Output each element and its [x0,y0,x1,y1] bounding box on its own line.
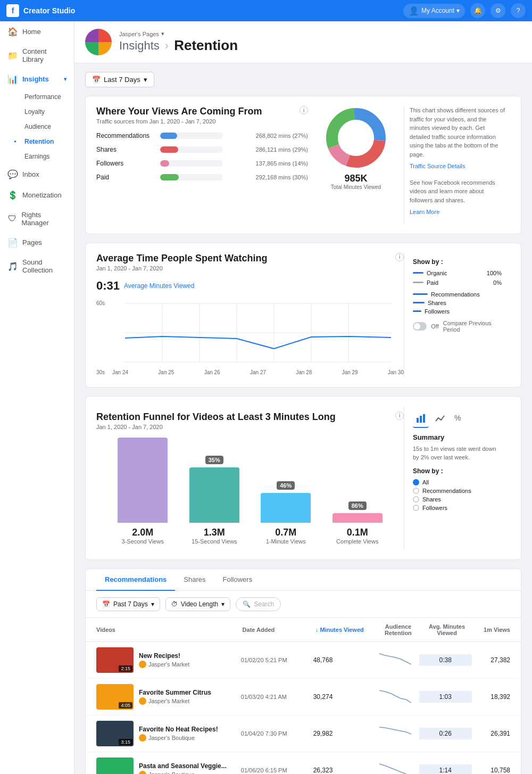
1m-views-cell: 27,382 [472,656,510,664]
account-chevron-icon: ▾ [456,7,460,14]
table-body: 2:15 New Recipes! Jasper's Market 01/02/… [86,642,521,775]
funnel-radio-options: All Recommendations Shares [413,479,502,511]
radio-recommendations [413,488,419,494]
sidebar-item-insights[interactable]: 📊 Insights ▾ [0,69,74,89]
help-button[interactable]: ? [511,3,526,18]
funnel-values: 2.0M 3-Second Views 1.3M 15-Second Views… [96,527,404,545]
sidebar-item-content-library[interactable]: 📁 Content Library [0,42,74,69]
funnel-label-complete: Complete Views [322,538,394,545]
video-thumbnail: 2:15 [96,647,134,673]
radio-recommendations-label: Recommendations [422,488,471,494]
search-field[interactable]: 🔍 Search [236,597,281,611]
compare-toggle[interactable] [413,322,427,331]
content-area: 📅 Last 7 Days ▾ Where Your Views Are Com… [74,63,532,774]
funnel-tab-buttons: % [413,411,502,428]
account-label: My Account [421,7,454,14]
y-label-60s: 60s [96,300,105,306]
traffic-value-recommendations: 268,802 mins (27%) [228,133,308,139]
table-row[interactable]: 4:27 Pasta and Seasonal Veggie... Jasper… [86,752,521,775]
funnel-radio-all[interactable]: All [413,479,502,485]
traffic-row-shares: Shares 286,121 mins (29%) [96,146,308,153]
channel-avatar [139,661,146,668]
video-title: New Recipes! [139,652,189,660]
donut-total-value: 985K [344,173,367,184]
sidebar-item-inbox[interactable]: 💬 Inbox [0,164,74,185]
my-account-button[interactable]: 👤 My Account ▾ [403,4,465,18]
channel-avatar [139,697,146,705]
retention-cell [371,761,419,774]
traffic-value-shares: 286,121 mins (29%) [228,146,308,153]
table-row[interactable]: 4:05 Favorite Summer Citrus Jasper's Mar… [86,679,521,715]
table-row[interactable]: 3:15 Favorite No Heat Recipes! Jasper's … [86,715,521,752]
funnel-radio-shares[interactable]: Shares [413,496,502,503]
avg-minutes-cell: 1:14 [419,764,472,775]
col-header-date: Date Added [243,627,315,633]
1m-views-cell: 10,758 [472,767,510,774]
x-label-jan27: Jan 27 [250,369,266,375]
funnel-num-complete: 0.1M [322,527,394,538]
content-library-icon: 📁 [7,51,18,61]
funnel-radio-recommendations[interactable]: Recommendations [413,488,502,494]
funnel-label-3sec: 3-Second Views [107,538,179,545]
traffic-info-icon[interactable]: i [300,106,308,114]
avg-subtitle: Jan 1, 2020 - Jan 7, 2020 [96,265,267,271]
date-filter-button[interactable]: 📅 Last 7 Days ▾ [85,72,154,87]
funnel-num-15sec: 1.3M [179,527,251,538]
insights-chevron-icon: ▾ [64,76,66,82]
submenu-audience[interactable]: Audience [19,119,74,134]
funnel-tab-percent-chart[interactable]: % [451,411,464,428]
funnel-tab-bar-chart[interactable] [413,411,429,428]
funnel-side-panel: % Summary 15s to 1m views rate went down… [404,406,510,550]
main-content: Jasper's Pages ▾ Insights › Retention 📅 … [74,21,532,774]
sidebar-item-rights-manager[interactable]: 🛡 Rights Manager [0,205,74,232]
sidebar-item-home-label: Home [22,28,41,36]
funnel-radio-followers[interactable]: Followers [413,505,502,511]
sidebar-item-sound-collection[interactable]: 🎵 Sound Collection [0,253,74,279]
table-row[interactable]: 2:15 New Recipes! Jasper's Market 01/02/… [86,642,521,679]
traffic-source-details-link[interactable]: Traffic Source Details [410,163,466,169]
date-cell: 01/06/20 6:15 PM [241,767,313,773]
time-filter-select[interactable]: 📅 Past 7 Days ▾ [96,597,160,611]
tab-shares[interactable]: Shares [175,569,214,591]
funnel-tab-trend-chart[interactable] [432,411,448,428]
sidebar-item-pages[interactable]: 📄 Pages [0,232,74,253]
video-info: Favorite Summer Citrus Jasper's Market [139,689,211,705]
minutes-cell: 48,768 [313,656,371,664]
avg-info-icon[interactable]: i [395,253,404,261]
submenu-loyalty[interactable]: Loyalty [19,104,74,119]
funnel-bar-15sec-bar: 35% [189,467,239,523]
traffic-title-area: Where Your Views Are Coming From Traffic… [96,106,262,132]
account-dropdown-icon[interactable]: ▾ [161,30,164,37]
chart-y-labels: 60s 30s [96,298,105,377]
submenu-earnings[interactable]: Earnings [19,149,74,164]
retention-chart [379,761,411,774]
sidebar-item-monetization[interactable]: 💲 Monetization [0,185,74,205]
funnel-bar-3sec [107,438,179,523]
sidebar-item-content-library-label: Content Library [22,47,66,63]
tab-recommendations[interactable]: Recommendations [96,569,175,591]
traffic-bar-wrap-shares [160,146,223,153]
traffic-bar-wrap-followers [160,160,223,167]
col-header-minutes[interactable]: ↓ Minutes Viewed [315,627,374,633]
x-label-jan25: Jan 25 [158,369,174,375]
avg-minutes-label[interactable]: Average Minutes Viewed [124,282,194,290]
learn-more-link[interactable]: Learn More [410,209,439,215]
submenu-performance[interactable]: Performance [19,89,74,104]
shares-legend-label: Shares [428,300,446,306]
submenu-retention[interactable]: Retention [19,134,74,149]
video-length-filter-select[interactable]: ⏱ Video Length ▾ [165,597,231,611]
inbox-icon: 💬 [7,169,18,179]
traffic-row-followers: Followers 137,865 mins (14%) [96,160,308,167]
sidebar-item-pages-label: Pages [22,238,42,246]
funnel-info-icon[interactable]: i [395,411,404,420]
sidebar-item-home[interactable]: 🏠 Home [0,21,74,42]
page-title: Insights › Retention [119,37,238,54]
funnel-bars-area: 35% 46% [96,438,404,523]
notifications-button[interactable]: 🔔 [470,3,485,18]
tab-followers[interactable]: Followers [214,569,261,591]
settings-button[interactable]: ⚙ [491,3,505,18]
shares-legend: Shares [413,300,502,306]
radio-followers [413,505,419,511]
minutes-cell: 26,323 [313,767,371,774]
video-duration: 3:15 [119,739,132,745]
